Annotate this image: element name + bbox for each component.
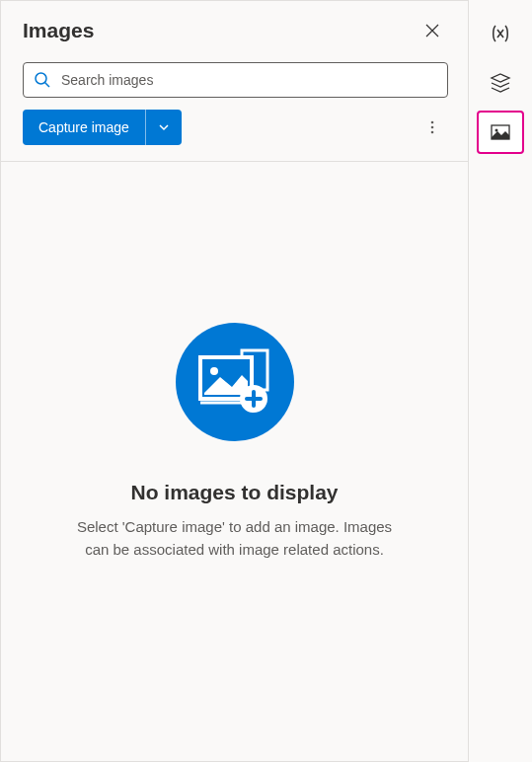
image-icon (490, 121, 511, 143)
empty-state-description: Select 'Capture image' to add an image. … (67, 516, 403, 561)
side-rail (469, 0, 532, 762)
search-icon (34, 71, 51, 89)
toolbar: Capture image (1, 110, 468, 161)
rail-layers-button[interactable] (477, 61, 524, 105)
search-box[interactable] (23, 62, 448, 98)
empty-state-illustration (176, 323, 294, 441)
svg-point-4 (431, 131, 434, 134)
more-vertical-icon (424, 119, 440, 135)
image-add-icon (194, 347, 275, 417)
capture-image-label: Capture image (23, 110, 146, 145)
layers-icon (490, 72, 511, 94)
svg-point-3 (431, 126, 434, 129)
more-options-button[interactable] (417, 112, 448, 143)
svg-point-2 (431, 121, 434, 124)
chevron-down-icon (158, 121, 170, 133)
empty-state-title: No images to display (130, 481, 338, 504)
rail-variables-button[interactable] (477, 12, 524, 55)
close-icon (425, 24, 439, 38)
panel-title: Images (23, 19, 94, 42)
svg-point-0 (36, 73, 46, 84)
svg-line-1 (45, 83, 50, 88)
capture-image-dropdown[interactable] (146, 110, 182, 145)
search-input[interactable] (61, 72, 437, 88)
rail-images-button[interactable] (477, 111, 524, 154)
images-panel: Images Capture image (0, 0, 469, 762)
close-button[interactable] (417, 15, 448, 46)
panel-header: Images (1, 1, 468, 54)
capture-image-button[interactable]: Capture image (23, 110, 182, 145)
content-area: No images to display Select 'Capture ima… (1, 161, 468, 761)
variables-icon (490, 23, 511, 44)
svg-point-7 (210, 367, 218, 375)
search-container (1, 54, 468, 110)
